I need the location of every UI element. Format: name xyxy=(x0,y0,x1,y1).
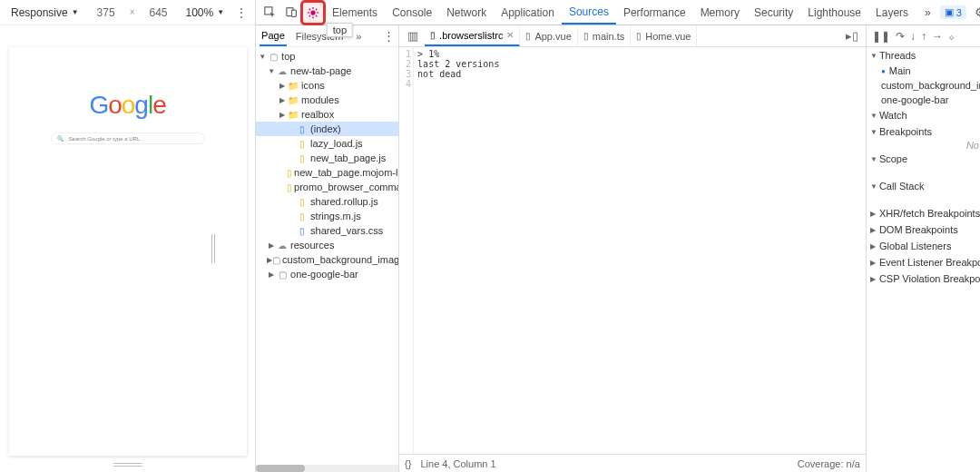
devtools-tab-memory[interactable]: Memory xyxy=(693,0,747,25)
code-editor[interactable]: 1234 > 1% last 2 versions not dead xyxy=(399,47,866,454)
pretty-print-icon[interactable]: {} xyxy=(405,458,411,469)
google-logo: Google xyxy=(89,91,165,120)
issues-count: 3 xyxy=(956,7,962,18)
svg-line-11 xyxy=(316,8,317,9)
file-icon: ▯ xyxy=(525,31,531,41)
thread-main[interactable]: Main xyxy=(867,64,980,78)
devtools: top ElementsConsoleNetworkApplicationSou… xyxy=(256,0,980,472)
file-icon: ▯ xyxy=(636,31,642,41)
code-content[interactable]: > 1% last 2 versions not dead xyxy=(414,47,866,454)
tree-file[interactable]: ▯lazy_load.js xyxy=(256,136,398,151)
thread-item[interactable]: custom_background_image xyxy=(867,78,980,93)
svg-rect-2 xyxy=(291,10,296,16)
resize-handle-right[interactable] xyxy=(211,234,215,263)
section-scope[interactable]: ▼Scope xyxy=(867,151,980,167)
devtools-tab-application[interactable]: Application xyxy=(494,0,562,25)
devtools-tab-security[interactable]: Security xyxy=(747,0,800,25)
tree-file[interactable]: ▯shared.rollup.js xyxy=(256,194,398,209)
height-input[interactable] xyxy=(142,6,174,19)
device-dropdown[interactable]: Responsive ▼ xyxy=(7,5,83,21)
tree-file[interactable]: ▯new_tab_page.js xyxy=(256,151,398,165)
sources-navigator: Page Filesystem » ⋮ ▼▢top ▼☁new-tab-page… xyxy=(256,25,399,472)
tree-frame[interactable]: ▶▢one-google-bar xyxy=(256,267,398,281)
width-input[interactable] xyxy=(90,6,122,19)
section-csp-breakpoints[interactable]: ▶CSP Violation Breakpoints xyxy=(867,270,980,287)
tabs-overflow-icon[interactable]: » xyxy=(917,0,938,25)
settings-icon[interactable]: ⚙ xyxy=(970,3,980,23)
device-toolbar: Responsive ▼ × 100% ▼ ⋮ xyxy=(0,0,255,25)
resize-handle-bottom[interactable] xyxy=(113,463,142,467)
svg-point-3 xyxy=(310,10,315,15)
file-tab[interactable]: ▯App.vue xyxy=(520,25,577,46)
navigator-tab-page[interactable]: Page xyxy=(260,26,287,46)
callstack-empty: Not paused xyxy=(867,194,980,205)
deactivate-breakpoints-icon[interactable]: ⬦ xyxy=(948,30,955,43)
section-xhr-breakpoints[interactable]: ▶XHR/fetch Breakpoints xyxy=(867,205,980,221)
section-threads[interactable]: ▼Threads xyxy=(867,47,980,64)
section-dom-breakpoints[interactable]: ▶DOM Breakpoints xyxy=(867,221,980,238)
tree-frame-top[interactable]: ▼▢top xyxy=(256,49,398,64)
devtools-tab-console[interactable]: Console xyxy=(385,0,439,25)
file-tab[interactable]: ▯.browserslistrc✕ xyxy=(425,25,520,46)
devtools-tabbar: top ElementsConsoleNetworkApplicationSou… xyxy=(256,0,980,25)
rendering-emulation-icon[interactable]: top xyxy=(303,3,323,23)
file-tab-label: .browserslistrc xyxy=(439,30,503,41)
close-icon[interactable]: ✕ xyxy=(506,30,514,40)
section-callstack[interactable]: ▼Call Stack xyxy=(867,178,980,194)
chevron-down-icon: ▼ xyxy=(217,8,224,16)
navigator-tabs-overflow-icon[interactable]: » xyxy=(354,27,363,45)
step-icon[interactable]: → xyxy=(932,30,943,43)
editor-status-bar: {} Line 4, Column 1 Coverage: n/a xyxy=(399,454,866,472)
step-over-icon[interactable]: ↷ xyxy=(896,30,905,43)
cursor-position: Line 4, Column 1 xyxy=(420,458,495,469)
tree-folder-modules[interactable]: ▶📁modules xyxy=(256,93,398,107)
tree-file-index[interactable]: ▯(index) xyxy=(256,122,398,136)
editor-pane: ▥ ▯.browserslistrc✕▯App.vue▯main.ts▯Home… xyxy=(399,25,867,472)
device-more-icon[interactable]: ⋮ xyxy=(235,5,248,20)
tooltip: top xyxy=(327,23,353,37)
section-breakpoints[interactable]: ▼Breakpoints xyxy=(867,123,980,140)
tree-domain-resources[interactable]: ▶☁resources xyxy=(256,238,398,252)
editor-more-icon[interactable]: ▸▯ xyxy=(842,26,862,46)
issue-icon: ▣ xyxy=(945,6,954,18)
zoom-dropdown[interactable]: 100% ▼ xyxy=(181,5,228,21)
tree-folder-icons[interactable]: ▶📁icons xyxy=(256,78,398,93)
tree-file[interactable]: ▯shared_vars.css xyxy=(256,223,398,238)
step-out-icon[interactable]: ↑ xyxy=(921,30,926,43)
pause-icon[interactable]: ❚❚ xyxy=(872,30,890,43)
tree-file[interactable]: ▯strings.m.js xyxy=(256,209,398,223)
tree-folder-realbox[interactable]: ▶📁realbox xyxy=(256,107,398,122)
breakpoints-empty: No breakpoints xyxy=(867,140,980,151)
section-watch[interactable]: ▼Watch xyxy=(867,107,980,123)
device-toggle-icon[interactable] xyxy=(281,3,301,23)
devtools-tab-layers[interactable]: Layers xyxy=(868,0,916,25)
coverage-status: Coverage: n/a xyxy=(798,458,860,469)
scope-empty: Not paused xyxy=(867,167,980,178)
thread-item[interactable]: one-google-bar xyxy=(867,93,980,107)
show-navigator-icon[interactable]: ▥ xyxy=(403,26,423,46)
tree-file[interactable]: ▯new_tab_page.mojom-lite.js xyxy=(256,165,398,180)
tree-file[interactable]: ▯promo_browser_command.mo xyxy=(256,180,398,194)
file-tab[interactable]: ▯main.ts xyxy=(578,25,631,46)
file-tab-bar: ▥ ▯.browserslistrc✕▯App.vue▯main.ts▯Home… xyxy=(399,25,866,47)
section-global-listeners[interactable]: ▶Global Listeners xyxy=(867,238,980,254)
file-tab[interactable]: ▯Home.vue xyxy=(631,25,697,46)
section-event-listener-breakpoints[interactable]: ▶Event Listener Breakpoints xyxy=(867,254,980,270)
step-into-icon[interactable]: ↓ xyxy=(910,30,916,43)
file-icon: ▯ xyxy=(430,30,436,40)
navigator-scrollbar[interactable] xyxy=(256,465,398,472)
debugger-sidebar: ❚❚ ↷ ↓ ↑ → ⬦ ◐ ▼Threads Main custom_back… xyxy=(867,25,980,472)
devtools-tab-lighthouse[interactable]: Lighthouse xyxy=(800,0,868,25)
tree-frame[interactable]: ▶▢custom_background_image xyxy=(256,252,398,267)
navigator-more-icon[interactable]: ⋮ xyxy=(383,29,395,43)
issues-badge[interactable]: ▣ 3 xyxy=(940,5,966,19)
devtools-tab-elements[interactable]: Elements xyxy=(325,0,385,25)
tree-domain[interactable]: ▼☁new-tab-page xyxy=(256,64,398,78)
file-icon: ▯ xyxy=(583,31,589,41)
inspect-icon[interactable] xyxy=(260,3,279,23)
search-box[interactable]: 🔍 Search Google or type a URL xyxy=(51,133,205,144)
devtools-tab-sources[interactable]: Sources xyxy=(562,0,616,25)
devtools-tab-performance[interactable]: Performance xyxy=(616,0,693,25)
devtools-tab-network[interactable]: Network xyxy=(439,0,494,25)
search-placeholder: Search Google or type a URL xyxy=(69,136,141,142)
